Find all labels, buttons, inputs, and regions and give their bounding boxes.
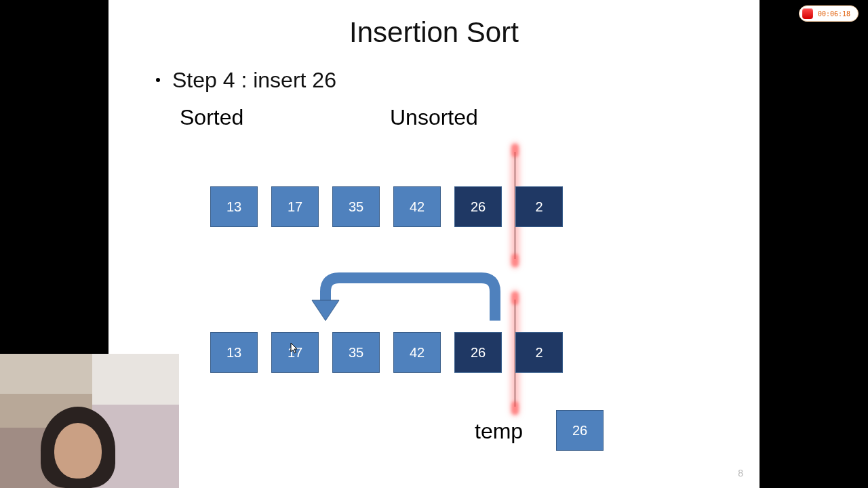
temp-label: temp (475, 419, 523, 444)
cell: 42 (393, 186, 441, 227)
cell: 13 (210, 332, 258, 373)
cell: 35 (332, 186, 380, 227)
array-row-2: 13173542262 (210, 332, 563, 373)
webcam-overlay (0, 354, 179, 488)
cell: 17 (271, 186, 319, 227)
cell: 2 (515, 186, 563, 227)
slide-title: Insertion Sort (108, 16, 760, 49)
temp-cell: 26 (556, 410, 604, 451)
curved-arrow-icon (309, 268, 512, 322)
slide-step-text: Step 4 : insert 26 (156, 68, 336, 93)
bullet-icon (156, 78, 160, 82)
cell: 2 (515, 332, 563, 373)
cell: 26 (454, 186, 502, 227)
cell: 35 (332, 332, 380, 373)
cell-temp: 26 (556, 410, 604, 451)
cell: 13 (210, 186, 258, 227)
array-row-1: 13173542262 (210, 186, 563, 227)
cursor-icon (290, 342, 298, 354)
slide: Insertion Sort Step 4 : insert 26 Sorted… (108, 0, 760, 488)
label-sorted: Sorted (180, 105, 243, 130)
label-unsorted: Unsorted (390, 105, 478, 130)
cell: 42 (393, 332, 441, 373)
page-number: 8 (738, 468, 743, 479)
step-label: Step 4 : insert 26 (172, 68, 336, 92)
svg-marker-0 (312, 300, 339, 321)
recorder-time: 00:06:18 (813, 10, 855, 18)
cell: 26 (454, 332, 502, 373)
recorder-widget[interactable]: 00:06:18 (799, 5, 859, 22)
stop-record-icon[interactable] (802, 8, 813, 19)
